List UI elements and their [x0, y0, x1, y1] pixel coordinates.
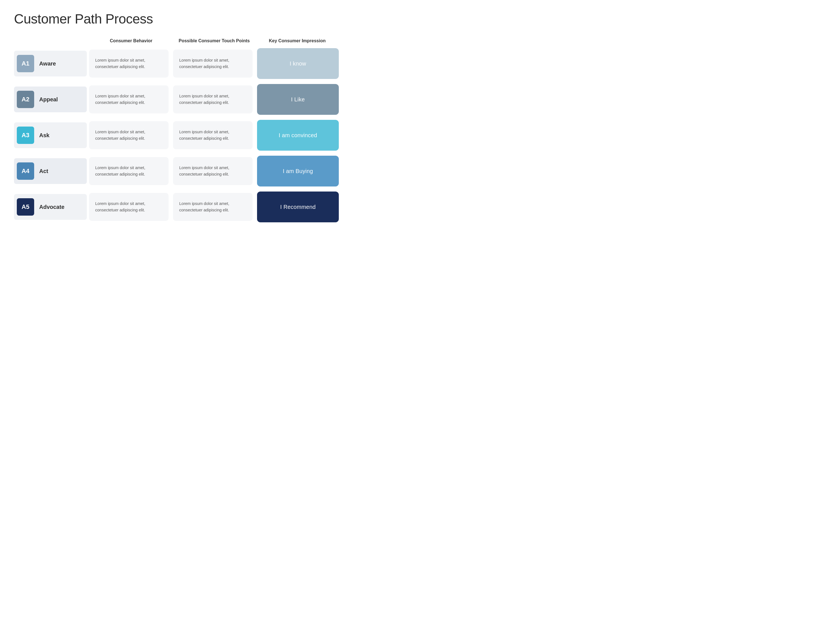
touchpoints-cell-a4: Lorem ipsum dolor sit amet, consectetuer…: [173, 157, 253, 185]
behavior-cell-a3: Lorem ipsum dolor sit amet, consectetuer…: [89, 121, 169, 149]
touchpoints-cell-a5: Lorem ipsum dolor sit amet, consectetuer…: [173, 193, 253, 221]
header-consumer-behavior: Consumer Behavior: [90, 38, 173, 44]
impression-cell-a5: I Recommend: [257, 191, 339, 222]
table-row-a5: A5 Advocate Lorem ipsum dolor sit amet, …: [14, 190, 339, 224]
behavior-cell-a1: Lorem ipsum dolor sit amet, consectetuer…: [89, 50, 169, 77]
table-header: Consumer Behavior Possible Consumer Touc…: [14, 38, 339, 44]
impression-cell-a1: I know: [257, 48, 339, 79]
row-name-a2: Appeal: [39, 96, 58, 103]
impression-cell-a4: I am Buying: [257, 156, 339, 186]
label-cell-a3: A3 Ask: [14, 122, 87, 148]
main-table: Consumer Behavior Possible Consumer Touc…: [14, 38, 339, 224]
label-cell-a4: A4 Act: [14, 158, 87, 184]
badge-a3: A3: [17, 126, 34, 144]
row-name-a4: Act: [39, 168, 48, 174]
page-title: Customer Path Process: [14, 11, 339, 27]
header-touch-points: Possible Consumer Touch Points: [173, 38, 256, 44]
row-name-a3: Ask: [39, 132, 50, 139]
table-row-a2: A2 Appeal Lorem ipsum dolor sit amet, co…: [14, 83, 339, 116]
badge-a4: A4: [17, 163, 34, 180]
badge-a1: A1: [17, 55, 34, 72]
badge-a2: A2: [17, 91, 34, 108]
touchpoints-cell-a2: Lorem ipsum dolor sit amet, consectetuer…: [173, 85, 253, 114]
behavior-cell-a5: Lorem ipsum dolor sit amet, consectetuer…: [89, 193, 169, 221]
label-cell-a1: A1 Aware: [14, 51, 87, 76]
row-name-a1: Aware: [39, 60, 56, 67]
label-cell-a2: A2 Appeal: [14, 87, 87, 112]
header-key-impression: Key Consumer Impression: [256, 38, 339, 44]
behavior-cell-a4: Lorem ipsum dolor sit amet, consectetuer…: [89, 157, 169, 185]
touchpoints-cell-a1: Lorem ipsum dolor sit amet, consectetuer…: [173, 50, 253, 77]
row-name-a5: Advocate: [39, 204, 65, 210]
table-row-a4: A4 Act Lorem ipsum dolor sit amet, conse…: [14, 154, 339, 188]
impression-cell-a3: I am convinced: [257, 120, 339, 151]
table-row-a1: A1 Aware Lorem ipsum dolor sit amet, con…: [14, 47, 339, 81]
badge-a5: A5: [17, 198, 34, 216]
touchpoints-cell-a3: Lorem ipsum dolor sit amet, consectetuer…: [173, 121, 253, 149]
impression-cell-a2: I Like: [257, 84, 339, 115]
behavior-cell-a2: Lorem ipsum dolor sit amet, consectetuer…: [89, 85, 169, 114]
label-cell-a5: A5 Advocate: [14, 194, 87, 220]
table-body: A1 Aware Lorem ipsum dolor sit amet, con…: [14, 47, 339, 224]
table-row-a3: A3 Ask Lorem ipsum dolor sit amet, conse…: [14, 118, 339, 152]
